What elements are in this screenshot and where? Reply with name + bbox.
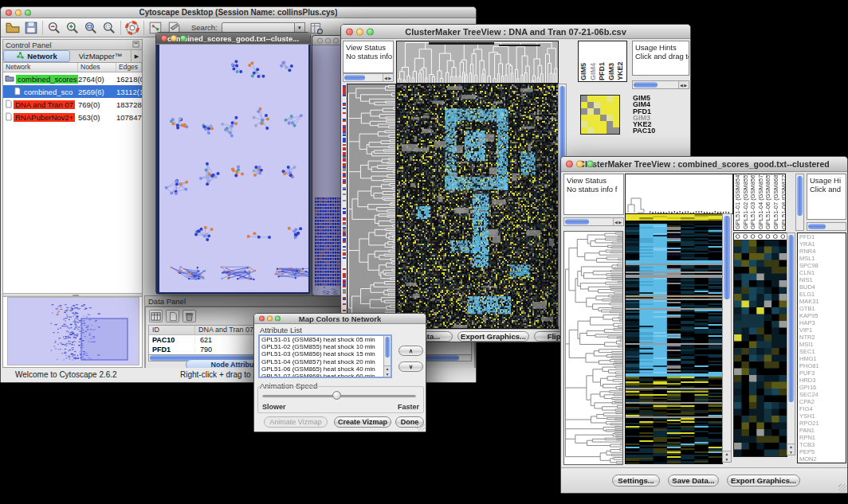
vscroll-thumb[interactable]	[797, 176, 803, 216]
main-titlebar[interactable]: Cytoscape Desktop (Session Name: collins…	[1, 7, 476, 18]
gene-label[interactable]: HMG1	[799, 355, 846, 362]
close-button[interactable]	[346, 28, 353, 35]
tv2-zoom-heatmap-canvas[interactable]	[733, 232, 787, 457]
gene-label[interactable]: BUD4	[799, 283, 846, 291]
vscroll-thumb[interactable]	[788, 235, 794, 402]
zoom-selected-icon[interactable]	[102, 21, 116, 35]
attribute-list-item[interactable]: GPL51-02 (GSM855) heat shock 10 min	[260, 343, 391, 350]
gene-label[interactable]: YRA1	[799, 240, 846, 248]
background-window-titlebar[interactable]	[312, 36, 343, 45]
tv1-col-label[interactable]: PAC10	[626, 42, 628, 80]
hscroll-thumb[interactable]	[344, 75, 365, 80]
minimize-button[interactable]	[576, 161, 583, 168]
float-panel-icon[interactable]	[132, 41, 139, 49]
tv1-col-dendrogram-canvas[interactable]	[396, 41, 559, 84]
tv2-settings-button[interactable]: Settings...	[612, 475, 660, 486]
tv1-col-label[interactable]: YKE2	[617, 42, 625, 80]
tv2-row-dendrogram-canvas[interactable]	[563, 231, 623, 465]
hscroll-thumb[interactable]	[634, 82, 658, 88]
network-list-row[interactable]: RNAPuberNov2+ 563(0) 107847(0)	[3, 111, 142, 123]
network-list-row[interactable]: combined_scores 2764(0) 16218(0)	[3, 72, 142, 85]
tv1-col-label[interactable]: PFD1	[599, 42, 607, 80]
tv1-col-label[interactable]: GIM4	[590, 42, 598, 80]
create-vizmap-button[interactable]: Create Vizmap	[334, 416, 391, 428]
hscroll-thumb[interactable]	[808, 224, 826, 229]
close-button[interactable]	[6, 10, 12, 16]
tv1-row-dendrogram-canvas[interactable]	[347, 84, 396, 329]
gene-label[interactable]: PFD1	[799, 233, 846, 240]
maximize-button[interactable]	[25, 10, 31, 16]
tv2-heatmap-canvas[interactable]	[625, 213, 723, 464]
gene-label[interactable]: NTR2	[799, 334, 846, 341]
maximize-button[interactable]	[275, 316, 281, 322]
gene-label[interactable]: PAN1	[799, 427, 846, 434]
gene-label[interactable]: FIG4	[799, 405, 846, 412]
gene-label[interactable]: SPC98	[799, 262, 846, 269]
gene-label[interactable]: MON2	[799, 455, 846, 463]
vscroll-thumb[interactable]	[385, 337, 390, 357]
gene-label[interactable]: MAK31	[799, 298, 846, 305]
tv2-collabel-vscrollbar[interactable]	[795, 174, 804, 231]
tv2-col-label[interactable]: GPL51-01 (GSM854)	[735, 175, 742, 229]
gene-label[interactable]: RPN1	[799, 434, 846, 441]
tab-overflow-arrow[interactable]: ▶	[131, 50, 142, 62]
tv2-col-label[interactable]: GPL51-07 (GSM868)	[773, 175, 780, 229]
gene-label[interactable]: CPA2	[799, 398, 846, 405]
tab-network[interactable]: Network	[3, 50, 70, 62]
birdseye-canvas[interactable]	[7, 297, 139, 365]
zoom-fit-icon[interactable]	[84, 21, 98, 35]
gene-label[interactable]: PEP5	[799, 448, 846, 455]
dialog-titlebar[interactable]: Map Colors to Network	[254, 314, 426, 324]
hscroll-thumb[interactable]	[565, 219, 589, 225]
gene-label[interactable]: HRD3	[799, 377, 846, 384]
gene-label[interactable]: CLN1	[799, 269, 846, 276]
tv2-save-data-button[interactable]: Save Data...	[668, 475, 719, 486]
minimize-button[interactable]	[325, 37, 331, 43]
gene-label[interactable]: PHO81	[799, 362, 846, 369]
attribute-list-item[interactable]: GPL51-03 (GSM856) heat shock 15 min	[260, 350, 391, 357]
zoom-in-icon[interactable]	[65, 21, 80, 35]
gene-label[interactable]: PUF3	[799, 369, 846, 377]
tv2-status-hscrollbar[interactable]: ◀ ▶	[563, 217, 624, 226]
gene-label[interactable]: VIP1	[799, 326, 846, 334]
speed-slider-thumb[interactable]	[332, 391, 341, 400]
tv1-export-graphics-button[interactable]: Export Graphics...	[457, 331, 529, 342]
attribute-list-vscrollbar[interactable]: ▲▼	[383, 336, 391, 377]
minimize-button[interactable]	[15, 10, 22, 16]
gene-label[interactable]: MSI1	[799, 341, 846, 348]
help-lifering-icon[interactable]	[125, 21, 139, 35]
tv2-col-dendrogram-canvas[interactable]	[625, 174, 733, 214]
background-network-window[interactable]	[312, 35, 344, 296]
hscroll-arrow-icons[interactable]: ◀ ▶	[613, 218, 622, 225]
tv1-heatmap-canvas[interactable]	[396, 84, 559, 329]
network-list-row[interactable]: combined_sco 2569(6) 13112(15)	[3, 85, 142, 98]
tv1-col-label[interactable]: GIM3	[608, 42, 616, 80]
resize-grip[interactable]	[838, 484, 846, 492]
gene-label[interactable]: GPI16	[799, 384, 846, 391]
vscroll-arrow-icons[interactable]: ▲▼	[723, 451, 731, 462]
tv2-export-graphics-button[interactable]: Export Graphics...	[727, 475, 800, 486]
zoom-out-icon[interactable]	[47, 21, 61, 35]
vscroll-thumb[interactable]	[724, 216, 730, 299]
table-icon[interactable]	[149, 310, 163, 322]
gene-label[interactable]: SEC24	[799, 391, 846, 398]
resize-grip[interactable]	[417, 423, 425, 431]
gene-label[interactable]: MSL1	[799, 255, 846, 262]
trash-icon[interactable]	[183, 310, 196, 322]
treeview2-titlebar[interactable]: ClusterMaker TreeView : combined_scores_…	[561, 157, 847, 172]
tab-vizmapper[interactable]: VizMapper™	[70, 50, 131, 62]
attribute-list-item[interactable]: GPL51-01 (GSM854) heat shock 05 min	[260, 336, 391, 343]
maximize-button[interactable]	[367, 28, 374, 35]
tv1-status-hscrollbar[interactable]: ◀ ▶	[343, 73, 394, 82]
gene-label[interactable]: SEC1	[799, 348, 846, 355]
tv1-row-label[interactable]: PAC10	[633, 127, 684, 134]
gene-label[interactable]: NIS1	[799, 276, 846, 283]
vscroll-arrow-icons[interactable]: ▲▼	[787, 443, 795, 455]
maximize-button[interactable]	[180, 35, 186, 41]
hscroll-arrow-icons[interactable]: ◀ ▶	[678, 81, 688, 88]
treeview1-titlebar[interactable]: ClusterMaker TreeView : DNA and Tran 07-…	[341, 25, 690, 39]
gene-label[interactable]: RNR4	[799, 248, 846, 255]
tv2-col-label[interactable]: GPL51-03 (GSM856)	[750, 175, 757, 229]
grid-network-canvas[interactable]	[314, 46, 343, 295]
close-button[interactable]	[161, 35, 167, 41]
